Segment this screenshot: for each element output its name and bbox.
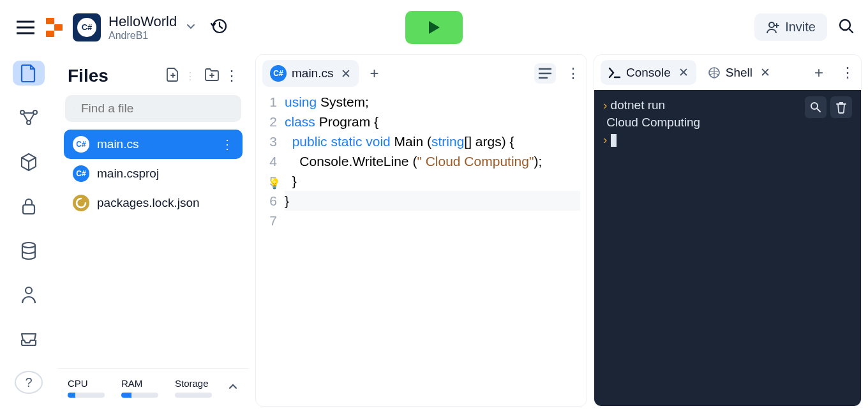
csharp-file-icon: C# xyxy=(270,65,287,82)
console-tab-console[interactable]: Console✕ xyxy=(601,60,696,85)
editor-panel: C# main.cs ✕ + ⋮ 1234567 using System;cl… xyxy=(255,54,587,407)
hamburger-menu-button[interactable] xyxy=(13,15,38,40)
file-item[interactable]: C#main.csproj xyxy=(64,159,243,188)
file-item[interactable]: packages.lock.json xyxy=(64,188,243,218)
console-tabs: Console✕Shell✕ + ⋮ xyxy=(594,55,861,90)
new-console-tab-button[interactable]: + xyxy=(807,61,830,84)
file-list: C#main.cs⋮C#main.csprojpackages.lock.jso… xyxy=(57,130,249,368)
console-clear-button[interactable] xyxy=(830,96,852,118)
run-button[interactable] xyxy=(405,11,463,44)
csharp-file-icon: C# xyxy=(73,165,89,182)
invite-label: Invite xyxy=(785,20,816,34)
csharp-file-icon: C# xyxy=(73,136,89,153)
invite-icon xyxy=(766,20,780,34)
files-search[interactable] xyxy=(65,95,241,122)
search-icon xyxy=(74,102,75,115)
files-header: Files ⋮ ⋮ xyxy=(57,54,249,95)
files-title: Files xyxy=(68,66,160,86)
sidebar-secrets[interactable] xyxy=(13,193,45,218)
project-info[interactable]: HelloWorld AndreB1 xyxy=(108,13,177,41)
close-tab-button[interactable]: ✕ xyxy=(341,66,351,81)
terminal-icon xyxy=(608,67,621,79)
project-owner: AndreB1 xyxy=(108,30,177,41)
new-tab-button[interactable]: + xyxy=(363,62,385,85)
files-search-input[interactable] xyxy=(81,101,232,116)
shell-icon xyxy=(708,66,721,79)
file-item-more[interactable]: ⋮ xyxy=(221,137,234,152)
history-button[interactable] xyxy=(210,17,228,38)
body-area: ? Files ⋮ ⋮ C#main.cs⋮C#main.csprojpacka… xyxy=(0,54,868,413)
json-file-icon xyxy=(73,195,89,211)
svg-point-8 xyxy=(27,121,31,124)
stats-bar: CPURAMStorage xyxy=(57,368,249,407)
svg-rect-9 xyxy=(23,205,34,214)
console-panel: Console✕Shell✕ + ⋮ › dotnet run Cloud Co… xyxy=(594,54,862,407)
svg-point-6 xyxy=(20,110,24,114)
play-icon xyxy=(427,20,441,35)
file-item[interactable]: C#main.cs⋮ xyxy=(64,130,243,159)
close-tab-button[interactable]: ✕ xyxy=(760,65,770,80)
help-button[interactable]: ? xyxy=(15,371,43,394)
console-more-button[interactable]: ⋮ xyxy=(841,64,855,81)
svg-point-4 xyxy=(769,22,774,27)
files-more-button[interactable]: ⋮ xyxy=(225,68,239,84)
project-name: HelloWorld xyxy=(108,13,177,30)
sidebar-deploy[interactable] xyxy=(13,105,45,130)
stat-storage: Storage xyxy=(175,378,212,398)
svg-rect-1 xyxy=(54,24,63,31)
console-search-button[interactable] xyxy=(805,96,827,118)
stat-cpu: CPU xyxy=(68,378,105,398)
svg-point-10 xyxy=(22,243,35,248)
console-tools xyxy=(805,96,852,118)
file-name: main.csproj xyxy=(97,167,159,181)
code-area[interactable]: 1234567 using System;class Program { pub… xyxy=(256,92,587,406)
svg-point-12 xyxy=(74,109,75,109)
svg-point-7 xyxy=(33,110,37,114)
svg-rect-0 xyxy=(46,18,54,24)
console-tab-shell[interactable]: Shell✕ xyxy=(700,60,778,85)
editor-tab-label: main.cs xyxy=(292,66,333,80)
sidebar-inbox[interactable] xyxy=(13,327,45,352)
sidebar-account[interactable] xyxy=(13,282,45,307)
console-content[interactable]: › dotnet run Cloud Computing› xyxy=(594,90,861,406)
stats-toggle-button[interactable] xyxy=(227,380,239,394)
wrap-button[interactable] xyxy=(534,63,556,84)
language-badge: C# xyxy=(73,13,101,41)
tool-sidebar: ? xyxy=(6,54,51,407)
lightbulb-icon[interactable]: 💡 xyxy=(268,174,281,193)
sidebar-packages[interactable] xyxy=(13,149,45,174)
stat-ram: RAM xyxy=(121,378,158,398)
editor-more-button[interactable]: ⋮ xyxy=(566,65,580,82)
language-badge-text: C# xyxy=(77,18,96,37)
header-right: Invite xyxy=(754,13,855,41)
sidebar-files[interactable] xyxy=(13,61,45,86)
global-search-button[interactable] xyxy=(837,17,855,38)
files-panel: Files ⋮ ⋮ C#main.cs⋮C#main.csprojpackage… xyxy=(57,54,249,407)
close-tab-button[interactable]: ✕ xyxy=(678,65,689,80)
svg-rect-2 xyxy=(46,31,54,37)
replit-logo-icon xyxy=(43,16,66,39)
project-dropdown-button[interactable] xyxy=(184,20,197,35)
invite-button[interactable]: Invite xyxy=(754,13,827,41)
file-name: main.cs xyxy=(97,137,138,151)
code-content[interactable]: using System;class Program { public stat… xyxy=(285,92,587,406)
editor-tabs: C# main.cs ✕ + ⋮ xyxy=(256,55,587,92)
line-gutter: 1234567 xyxy=(256,92,285,406)
new-folder-button[interactable] xyxy=(204,68,220,84)
sidebar-database[interactable] xyxy=(13,238,45,263)
new-file-button[interactable] xyxy=(166,67,180,85)
file-name: packages.lock.json xyxy=(97,196,200,210)
header: C# HelloWorld AndreB1 Invite xyxy=(0,0,868,54)
console-line: › xyxy=(603,131,852,148)
svg-point-11 xyxy=(26,287,32,294)
editor-tab-main[interactable]: C# main.cs ✕ xyxy=(262,60,359,87)
